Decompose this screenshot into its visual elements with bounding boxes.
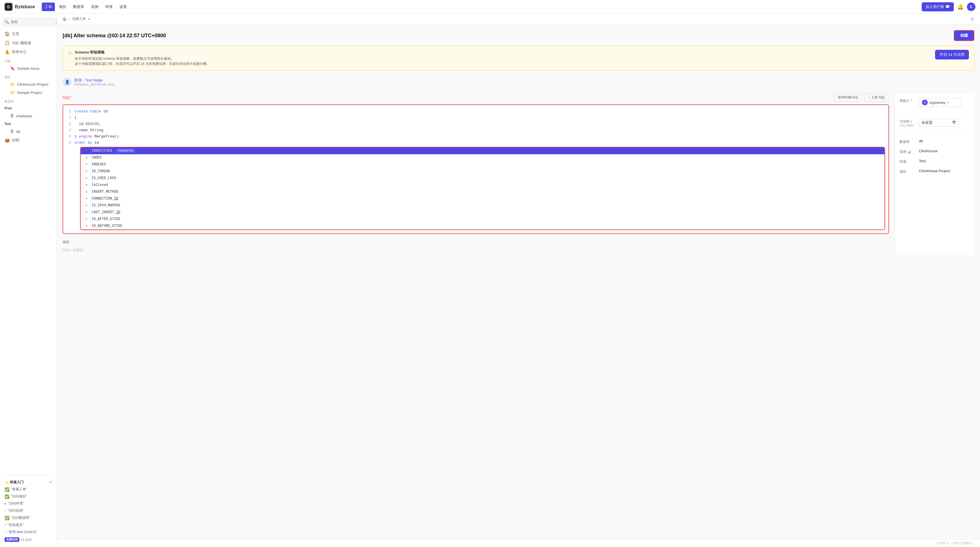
database-value: db xyxy=(919,139,923,143)
stage-name[interactable]: 阶段 - Test Stage xyxy=(75,78,115,83)
search-box[interactable]: 🔍 ⌘ K xyxy=(2,17,54,27)
db-icon: 🗄 xyxy=(10,129,14,134)
stage-status: PENDING_APPROVAL (0/1) xyxy=(75,83,115,86)
sidebar-item-db[interactable]: 🗄 db xyxy=(2,128,54,136)
sql-label: SQL* xyxy=(62,95,72,100)
info-icon[interactable]: ℹ xyxy=(911,120,912,124)
sidebar-test-label: Test xyxy=(5,122,11,126)
code-editor[interactable]: 1 create table tb 2 ( 3 id UInt32, 4 xyxy=(62,104,889,234)
sidebar-item-employee[interactable]: 🗄 employee xyxy=(2,112,54,120)
autocomplete-dropdown: ≡ IDENTIFIED <Keyword> ≡ INDEX ≡ xyxy=(80,147,885,230)
project-row: 项目 ClickHouse Project xyxy=(899,169,970,174)
nav-item-settings[interactable]: 设置 xyxy=(116,3,130,11)
sidebar-item-home[interactable]: 🏠 主页 xyxy=(2,30,54,38)
warning-icon: ⚠ xyxy=(68,50,72,56)
ac-label: IDENTIFIED xyxy=(92,149,112,153)
env-row: 环境 Test xyxy=(899,159,970,164)
nav-item-env[interactable]: 环境 xyxy=(102,3,115,11)
upload-sql-button[interactable]: ↑ 上传 SQL xyxy=(864,93,889,102)
archive-icon: 📦 xyxy=(5,138,10,143)
join-community-button[interactable]: 加入用户群 💬 xyxy=(922,2,954,11)
ac-label: INDEX xyxy=(92,156,102,159)
project-label: 项目 xyxy=(899,169,916,174)
nav-item-workorder[interactable]: 工单 xyxy=(42,3,55,11)
logo-icon xyxy=(5,3,13,11)
qs-item-7: ● "使用 kbar (cmd-k)" xyxy=(2,528,54,536)
notification-button[interactable]: 🔔 xyxy=(957,4,964,10)
ac-item-io-before-gtids[interactable]: ≡ IO_BEFORE_GTIDS xyxy=(81,223,885,230)
ac-item-index[interactable]: ≡ INDEX xyxy=(81,154,885,161)
bookmarks-section-label: 书签 xyxy=(2,57,54,64)
close-icon[interactable]: ✕ xyxy=(49,480,52,485)
instance-label: 实例 📊 xyxy=(899,149,916,154)
reviewer-label: 审核人 * xyxy=(899,98,916,103)
dot-icon: ● xyxy=(5,531,6,533)
format-button[interactable]: 保存时格式化 xyxy=(834,93,862,102)
project-icon: 📁 xyxy=(10,82,15,86)
sidebar-prod-group: Prod xyxy=(2,105,54,112)
schema-banner: ⚠ Schema 审核策略 给不同的环境定制 schema 审核策略，免费版仅可… xyxy=(62,46,974,70)
home-breadcrumb-icon[interactable]: 🏠 xyxy=(62,17,67,21)
ac-item-isclosed[interactable]: ⊙ IsClosed xyxy=(81,182,885,188)
bookmark-icon: 🔖 xyxy=(10,66,15,70)
ac-label: IS_USED_LOCK xyxy=(92,176,116,180)
sidebar-item-sample-issue[interactable]: 🔖 Sample Issue xyxy=(2,65,54,72)
ac-item-is-ipv4-mapped[interactable]: ⊙ IS_IPV4_MAPPED xyxy=(81,202,885,209)
nav-item-instance[interactable]: 实例 xyxy=(88,3,101,11)
favorite-star-icon[interactable]: ★ xyxy=(88,17,91,21)
sql-toolbar: SQL* 保存时格式化 ↑ 上传 SQL xyxy=(62,93,889,102)
qs-item-3: ● "访问环境" xyxy=(2,500,54,507)
sidebar: 🔍 ⌘ K 🏠 主页 📋 SQL 编辑器 ⚠️ 异常中心 书签 🔖 Sample… xyxy=(0,14,57,547)
sidebar-item-clickhouse-project[interactable]: 📁 ClickHouse Project xyxy=(2,81,54,88)
dot-icon: ● xyxy=(5,524,6,526)
sidebar-item-label: ClickHouse Project xyxy=(17,82,48,86)
database-label: 数据库 xyxy=(899,139,916,144)
code-line-6: 6 order by id xyxy=(67,140,885,146)
env-value: Test xyxy=(919,159,926,163)
home-icon: 🏠 xyxy=(5,31,10,37)
settings-icon[interactable]: ⚙ xyxy=(970,17,974,21)
create-button[interactable]: 创建 xyxy=(954,30,974,41)
search-icon: 🔍 xyxy=(5,20,9,24)
keyword-icon: ≡ xyxy=(84,224,89,228)
free-trial-badge[interactable]: 免费试用 xyxy=(5,537,19,542)
version-text: v1.12.0 xyxy=(21,538,31,541)
trial-button[interactable]: 开启 14 天试用 xyxy=(935,50,969,59)
right-panel: 审核人 * C czjourney ▾ 于何时 xyxy=(895,93,974,255)
sidebar-prod-label: Prod xyxy=(5,107,12,110)
sidebar-item-sql-editor[interactable]: 📋 SQL 编辑器 xyxy=(2,39,54,47)
sidebar-item-anomaly[interactable]: ⚠️ 异常中心 xyxy=(2,48,54,56)
sidebar-item-label: Sample Issue xyxy=(17,66,40,70)
content-area: [db] Alter schema @02-14 22:57 UTC+0800 … xyxy=(57,24,980,539)
nav-item-database[interactable]: 数据库 xyxy=(70,3,87,11)
ac-item-connection-id[interactable]: ⊙ CONNECTION_ID xyxy=(81,195,885,202)
when-select[interactable]: 未设置 📅 xyxy=(919,119,959,127)
ac-item-indexes[interactable]: ≡ INDEXES xyxy=(81,161,885,168)
description-placeholder[interactable]: 添加一些描述... xyxy=(62,246,889,255)
search-input[interactable] xyxy=(11,20,54,24)
ac-item-last-insert-id[interactable]: ⊙ LAST_INSERT_ID xyxy=(81,209,885,216)
sidebar-item-archive[interactable]: 📦 归档 xyxy=(2,136,54,145)
func-icon: ⊙ xyxy=(84,204,89,207)
sidebar-item-label: 异常中心 xyxy=(12,49,27,55)
sidebar-item-sample-project[interactable]: 📁 Sample Project xyxy=(2,89,54,96)
check-icon: ✅ xyxy=(5,494,10,499)
divider xyxy=(899,113,970,113)
ac-item-is-used-lock[interactable]: ⊙ IS_USED_LOCK xyxy=(81,175,885,182)
ac-item-io-after-gtids[interactable]: ≡ IO_AFTER_GTIDS xyxy=(81,216,885,223)
ac-item-identified[interactable]: ≡ IDENTIFIED <Keyword> xyxy=(81,147,885,154)
ac-item-io-thread[interactable]: ≡ IO_THREAD xyxy=(81,168,885,175)
stage-avatar: 👤 xyxy=(62,77,72,86)
calendar-icon: 📅 xyxy=(952,121,956,124)
nav-item-project[interactable]: 项目 xyxy=(56,3,69,11)
instance-chart-icon: 📊 xyxy=(907,150,911,153)
sidebar-item-label: SQL 编辑器 xyxy=(12,40,31,46)
project-icon: 📁 xyxy=(10,91,15,95)
user-avatar[interactable]: C xyxy=(967,3,975,11)
ac-item-insert-method[interactable]: ≡ INSERT_METHOD xyxy=(81,188,885,195)
reviewer-select[interactable]: C czjourney ▾ xyxy=(919,98,961,107)
database-row: 数据库 db xyxy=(899,139,970,144)
ac-label: IS_IPV4_MAPPED xyxy=(92,204,120,207)
main-nav: 工单 项目 数据库 实例 环境 设置 xyxy=(42,3,130,11)
sidebar-item-label: Sample Project xyxy=(17,91,42,95)
